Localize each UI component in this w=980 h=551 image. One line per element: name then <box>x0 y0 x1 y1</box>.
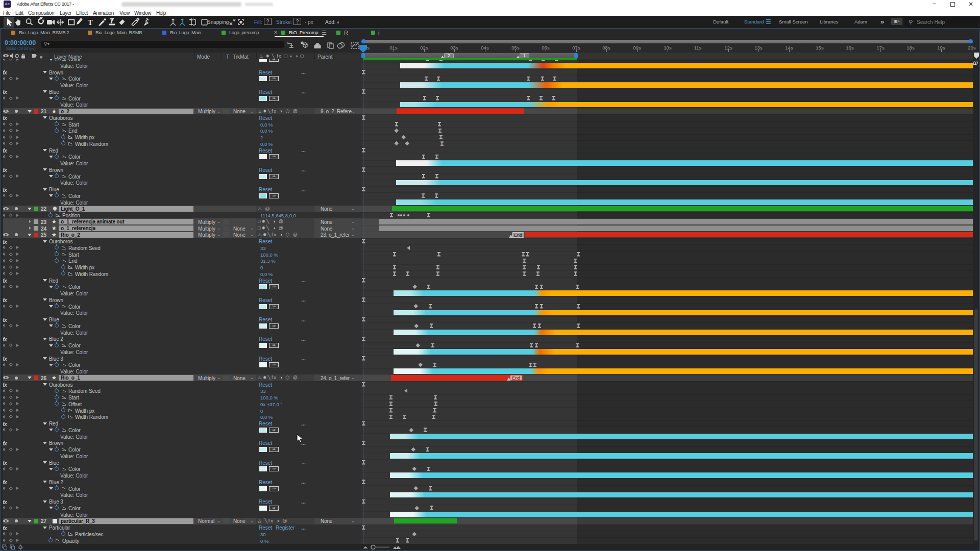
svg-text:Snapping: Snapping <box>207 19 229 25</box>
svg-text:T: T <box>88 18 93 27</box>
